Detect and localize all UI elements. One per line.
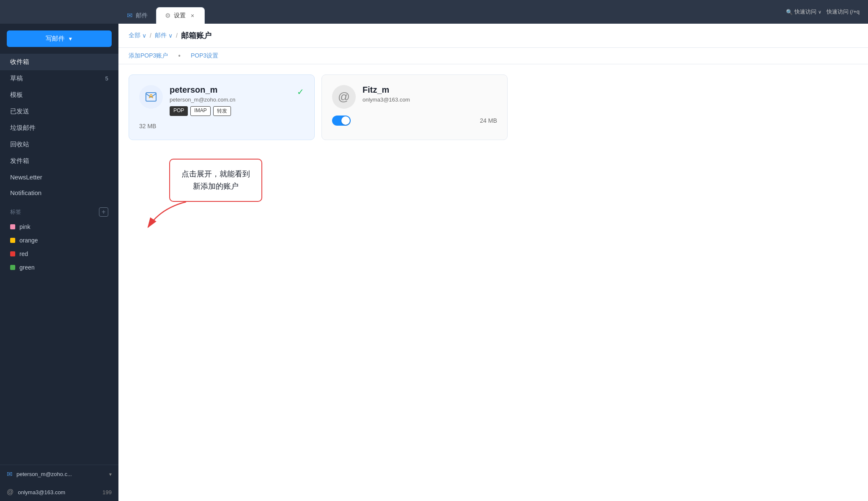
inbox-label: 收件箱 bbox=[10, 58, 29, 66]
peterson-card-email: peterson_m@zoho.com.cn bbox=[170, 96, 290, 103]
search-icon: 🔍 bbox=[786, 9, 793, 15]
compose-chevron: ▼ bbox=[68, 36, 73, 42]
newsletter-label: NewsLetter bbox=[10, 173, 42, 181]
labels-section-header: 标签 + bbox=[0, 201, 118, 220]
tag-pink[interactable]: pink bbox=[0, 220, 118, 234]
breadcrumb: 全部 ∨ / 邮件 ∨ / 邮箱账户 bbox=[118, 24, 868, 48]
pink-label: pink bbox=[19, 223, 30, 230]
verified-checkmark: ✓ bbox=[297, 87, 304, 97]
mail-icon: ✉ bbox=[127, 11, 132, 19]
tab-bar: ✉ 邮件 ⚙ 设置 × 🔍 快速访问 ∨ 快速访问 (/+q bbox=[0, 0, 868, 24]
peterson-card-name: peterson_m bbox=[170, 85, 290, 95]
breadcrumb-all[interactable]: 全部 ∨ bbox=[129, 32, 146, 39]
tab-settings[interactable]: ⚙ 设置 × bbox=[156, 7, 205, 24]
tag-forward: 转发 bbox=[213, 106, 231, 116]
tooltip-arrow bbox=[135, 200, 203, 234]
notification-label: Notification bbox=[10, 189, 41, 196]
green-dot bbox=[10, 265, 15, 270]
tag-imap: IMAP bbox=[190, 106, 210, 116]
tab-settings-label: 设置 bbox=[174, 12, 186, 19]
content-area: 全部 ∨ / 邮件 ∨ / 邮箱账户 添加POP3账户 • POP3设置 bbox=[118, 24, 868, 501]
peterson-size: 32 MB bbox=[139, 123, 156, 129]
outbox-label: 发件箱 bbox=[10, 157, 29, 165]
drafts-label: 草稿 bbox=[10, 74, 23, 83]
spam-label: 垃圾邮件 bbox=[10, 124, 36, 132]
sidebar-item-trash[interactable]: 回收站 bbox=[0, 136, 118, 153]
account-peterson[interactable]: ✉ peterson_m@zoho.c... ▾ bbox=[0, 465, 118, 483]
fitz-toggle[interactable] bbox=[332, 116, 351, 126]
peterson-card-icon bbox=[139, 85, 163, 109]
quick-access-shortcut: 快速访问 (/+q bbox=[827, 8, 860, 16]
fitz-card-footer: 24 MB bbox=[332, 114, 497, 126]
fitz-size: 24 MB bbox=[480, 117, 497, 124]
peterson-card-footer: 32 MB bbox=[139, 121, 304, 129]
onlyma-email: onlyma3@163.com bbox=[18, 489, 98, 495]
onlyma-at-icon: @ bbox=[7, 488, 14, 496]
red-label: red bbox=[19, 250, 28, 257]
sub-nav: 添加POP3账户 • POP3设置 bbox=[118, 48, 868, 64]
peterson-chevron: ▾ bbox=[109, 471, 112, 477]
quick-access-button[interactable]: 🔍 快速访问 ∨ bbox=[786, 8, 821, 16]
account-card-peterson[interactable]: peterson_m peterson_m@zoho.com.cn POP IM… bbox=[129, 74, 315, 140]
sidebar-item-inbox[interactable]: 收件箱 bbox=[0, 54, 118, 70]
breadcrumb-current: 邮箱账户 bbox=[181, 30, 212, 41]
sent-label: 已发送 bbox=[10, 107, 29, 116]
tag-orange[interactable]: orange bbox=[0, 234, 118, 247]
tooltip-box: 点击展开，就能看到新添加的账户 bbox=[169, 159, 262, 202]
fitz-card-info: Fitz_m onlyma3@163.com bbox=[363, 85, 497, 106]
top-right-bar: 🔍 快速访问 ∨ 快速访问 (/+q bbox=[777, 0, 868, 24]
tooltip-text: 点击展开，就能看到新添加的账户 bbox=[181, 170, 250, 190]
sidebar-item-sent[interactable]: 已发送 bbox=[0, 103, 118, 120]
svg-point-0 bbox=[150, 95, 152, 97]
gear-icon: ⚙ bbox=[165, 12, 170, 19]
onlyma-count: 199 bbox=[102, 489, 112, 495]
sidebar-item-newsletter[interactable]: NewsLetter bbox=[0, 169, 118, 185]
tag-pop: POP bbox=[170, 106, 188, 116]
fitz-card-name: Fitz_m bbox=[363, 85, 497, 95]
main-layout: 写邮件 ▼ 收件箱 草稿 5 模板 已发送 垃圾邮件 回收站 发件箱 NewsL… bbox=[0, 24, 868, 501]
card-top-fitz: @ Fitz_m onlyma3@163.com bbox=[332, 85, 497, 109]
add-pop3-link[interactable]: 添加POP3账户 bbox=[129, 52, 168, 60]
fitz-card-email: onlyma3@163.com bbox=[363, 96, 497, 103]
tab-mail[interactable]: ✉ 邮件 bbox=[118, 7, 156, 24]
close-icon[interactable]: × bbox=[189, 12, 196, 19]
peterson-card-tags: POP IMAP 转发 bbox=[170, 106, 290, 116]
tag-green[interactable]: green bbox=[0, 261, 118, 274]
pink-dot bbox=[10, 224, 15, 229]
tag-red[interactable]: red bbox=[0, 247, 118, 261]
peterson-email: peterson_m@zoho.c... bbox=[16, 471, 105, 477]
sidebar-item-spam[interactable]: 垃圾邮件 bbox=[0, 120, 118, 136]
red-dot bbox=[10, 251, 15, 256]
account-onlyma[interactable]: @ onlyma3@163.com 199 bbox=[0, 483, 118, 501]
peterson-card-info: peterson_m peterson_m@zoho.com.cn POP IM… bbox=[170, 85, 290, 116]
add-label-button[interactable]: + bbox=[99, 207, 108, 217]
fitz-card-icon: @ bbox=[332, 85, 356, 109]
compose-button[interactable]: 写邮件 ▼ bbox=[7, 30, 112, 47]
sidebar-item-outbox[interactable]: 发件箱 bbox=[0, 153, 118, 169]
orange-label: orange bbox=[19, 237, 38, 244]
labels-title: 标签 bbox=[10, 208, 21, 216]
peterson-mail-icon: ✉ bbox=[7, 470, 12, 478]
trash-label: 回收站 bbox=[10, 140, 29, 149]
sidebar-item-templates[interactable]: 模板 bbox=[0, 87, 118, 103]
orange-dot bbox=[10, 238, 15, 243]
compose-label: 写邮件 bbox=[46, 35, 65, 43]
tab-mail-label: 邮件 bbox=[136, 12, 148, 19]
green-label: green bbox=[19, 264, 35, 271]
sidebar: 写邮件 ▼ 收件箱 草稿 5 模板 已发送 垃圾邮件 回收站 发件箱 NewsL… bbox=[0, 24, 118, 501]
templates-label: 模板 bbox=[10, 91, 23, 99]
sidebar-footer: ✉ peterson_m@zoho.c... ▾ @ onlyma3@163.c… bbox=[0, 465, 118, 501]
pop3-settings-link[interactable]: POP3设置 bbox=[191, 52, 218, 60]
sidebar-item-notification[interactable]: Notification bbox=[0, 185, 118, 201]
card-top-peterson: peterson_m peterson_m@zoho.com.cn POP IM… bbox=[139, 85, 304, 116]
tooltip-area: 点击展开，就能看到新添加的账户 bbox=[144, 150, 868, 202]
account-card-fitz[interactable]: @ Fitz_m onlyma3@163.com 24 MB bbox=[321, 74, 508, 140]
breadcrumb-mail[interactable]: 邮件 ∨ bbox=[155, 32, 173, 39]
cards-area: peterson_m peterson_m@zoho.com.cn POP IM… bbox=[118, 64, 868, 150]
drafts-badge: 5 bbox=[105, 75, 108, 82]
sidebar-item-drafts[interactable]: 草稿 5 bbox=[0, 70, 118, 87]
